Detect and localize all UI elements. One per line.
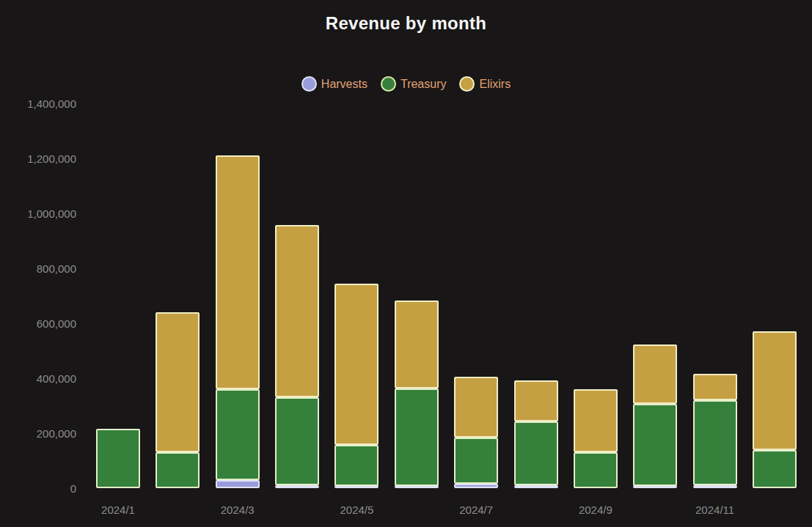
y-axis-tick-label: 0 [6,482,76,495]
bar-column-2024-12[interactable] [753,0,797,488]
x-axis-tick-label: 2024/9 [563,504,629,516]
x-axis-tick-label: 2024/5 [323,504,389,516]
y-axis-tick-label: 600,000 [6,317,76,330]
bar-segment-harvests[interactable] [275,485,319,489]
bar-segment-treasury[interactable] [633,404,677,487]
y-axis-tick-label: 1,400,000 [6,97,76,110]
bar-column-2024-6[interactable] [395,0,439,488]
y-axis-tick-label: 200,000 [6,427,76,440]
bar-segment-harvests[interactable] [454,484,498,488]
bar-column-2024-1[interactable] [96,0,140,488]
x-axis-tick-label: 2024/7 [443,504,509,516]
x-axis-tick-label: 2024/1 [85,504,151,516]
bar-column-2024-4[interactable] [275,0,319,488]
bar-column-2024-9[interactable] [574,0,618,488]
bar-segment-treasury[interactable] [334,445,378,486]
bar-segment-treasury[interactable] [753,450,797,489]
bar-segment-treasury[interactable] [454,438,498,484]
y-axis-tick-label: 1,200,000 [6,152,76,165]
bar-column-2024-8[interactable] [514,0,558,488]
bar-column-2024-5[interactable] [334,0,378,488]
bar-segment-treasury[interactable] [216,389,260,480]
y-axis-tick-label: 400,000 [6,372,76,385]
bar-segment-elixirs[interactable] [693,374,737,400]
bar-column-2024-2[interactable] [156,0,200,488]
bar-segment-treasury[interactable] [693,400,737,485]
bar-column-2024-11[interactable] [693,0,737,488]
bar-segment-treasury[interactable] [395,388,439,486]
bar-segment-harvests[interactable] [693,485,737,488]
bar-segment-elixirs[interactable] [454,377,498,438]
bar-segment-treasury[interactable] [275,397,319,485]
bar-segment-harvests[interactable] [514,485,558,489]
y-axis-tick-label: 800,000 [6,262,76,275]
bar-segment-elixirs[interactable] [156,312,200,452]
y-axis-tick-label: 1,000,000 [6,207,76,220]
bar-segment-elixirs[interactable] [514,380,558,421]
bar-segment-elixirs[interactable] [334,284,378,444]
bar-segment-elixirs[interactable] [753,331,797,449]
bar-segment-harvests[interactable] [216,480,260,488]
bar-segment-treasury[interactable] [514,421,558,484]
bar-segment-elixirs[interactable] [275,225,319,397]
revenue-chart: Revenue by month Harvests Treasury Elixi… [0,0,812,527]
bar-segment-elixirs[interactable] [395,301,439,388]
bar-column-2024-3[interactable] [216,0,260,488]
x-axis-tick-label: 2024/3 [205,504,271,516]
bar-segment-elixirs[interactable] [574,389,618,452]
bar-column-2024-7[interactable] [454,0,498,488]
x-axis-tick-label: 2024/11 [682,504,748,516]
bar-segment-treasury[interactable] [96,429,140,488]
bar-segment-treasury[interactable] [156,452,200,488]
treasury-swatch-icon [381,76,396,92]
bar-column-2024-10[interactable] [633,0,677,488]
bar-segment-treasury[interactable] [574,452,618,488]
bar-segment-elixirs[interactable] [633,344,677,404]
bar-segment-elixirs[interactable] [216,155,260,389]
